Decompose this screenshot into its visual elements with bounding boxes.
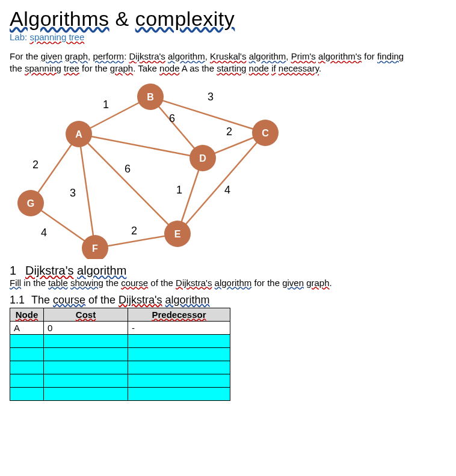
edge-weight: 1 bbox=[103, 99, 109, 111]
table-cell bbox=[128, 347, 230, 361]
title-word-1: Algorithms bbox=[10, 7, 109, 30]
table-cell bbox=[128, 387, 230, 400]
table-cell bbox=[128, 374, 230, 387]
graph-node-label: F bbox=[92, 243, 98, 253]
dijkstra-table: Node Cost Predecessor A0- bbox=[10, 308, 230, 401]
graph-node-label: A bbox=[75, 129, 82, 139]
lab-line: Lab: spanning tree bbox=[10, 32, 446, 42]
table-cell bbox=[44, 361, 128, 374]
edge-weight: 6 bbox=[125, 163, 131, 175]
edge-weight: 2 bbox=[226, 126, 232, 138]
edge-weight: 2 bbox=[32, 159, 39, 171]
table-row bbox=[10, 387, 230, 400]
table-cell bbox=[44, 374, 128, 387]
graph-edge bbox=[79, 134, 203, 158]
table-cell: - bbox=[128, 321, 230, 334]
graph-node-label: B bbox=[147, 91, 154, 102]
graph-node-label: E bbox=[174, 228, 181, 239]
graph-edge bbox=[177, 133, 265, 234]
page-title: Algorithms & complexity bbox=[10, 7, 446, 31]
edge-weight: 4 bbox=[224, 184, 230, 196]
title-word-2: complexity bbox=[135, 7, 235, 30]
table-row: A0- bbox=[10, 321, 230, 334]
lab-value: spanning tree bbox=[29, 32, 84, 42]
edge-weight: 4 bbox=[41, 227, 47, 239]
graph-edge bbox=[79, 134, 177, 234]
table-cell bbox=[128, 334, 230, 347]
edge-weight: 3 bbox=[70, 187, 76, 199]
graph-node-label: D bbox=[199, 153, 206, 163]
table-cell bbox=[44, 347, 128, 361]
table-cell bbox=[128, 361, 230, 374]
graph-node-label: C bbox=[262, 127, 269, 138]
edge-weight: 6 bbox=[169, 112, 175, 124]
graph-node-label: G bbox=[27, 198, 34, 208]
col-header-node: Node bbox=[10, 308, 44, 321]
table-row bbox=[10, 347, 230, 361]
section-1-text: Fill in the table showing the course of … bbox=[10, 278, 446, 288]
col-header-cost: Cost bbox=[44, 308, 128, 321]
table-row bbox=[10, 374, 230, 387]
section-1-heading: 1Dijkstra's algorithm bbox=[10, 264, 446, 278]
table-cell bbox=[10, 387, 44, 400]
table-cell bbox=[44, 334, 128, 347]
col-header-pred: Predecessor bbox=[128, 308, 230, 321]
table-cell bbox=[10, 347, 44, 361]
lab-label: Lab: bbox=[10, 32, 29, 42]
edge-weight: 2 bbox=[131, 225, 137, 237]
table-row bbox=[10, 361, 230, 374]
edge-weight: 1 bbox=[176, 184, 182, 196]
graph-edge bbox=[79, 134, 95, 248]
edge-weight: 3 bbox=[208, 91, 214, 103]
instruction-text: For the given graph, perform: Dijkstra's… bbox=[10, 50, 446, 75]
table-cell bbox=[44, 387, 128, 400]
table-row bbox=[10, 334, 230, 347]
table-cell bbox=[10, 334, 44, 347]
table-cell: 0 bbox=[44, 321, 128, 334]
section-1-1-heading: 1.1The course of the Dijkstra's algorith… bbox=[10, 294, 446, 307]
table-cell: A bbox=[10, 321, 44, 334]
table-cell bbox=[10, 374, 44, 387]
graph-diagram: 16323624124ABCDEFG bbox=[10, 79, 286, 259]
table-cell bbox=[10, 361, 44, 374]
